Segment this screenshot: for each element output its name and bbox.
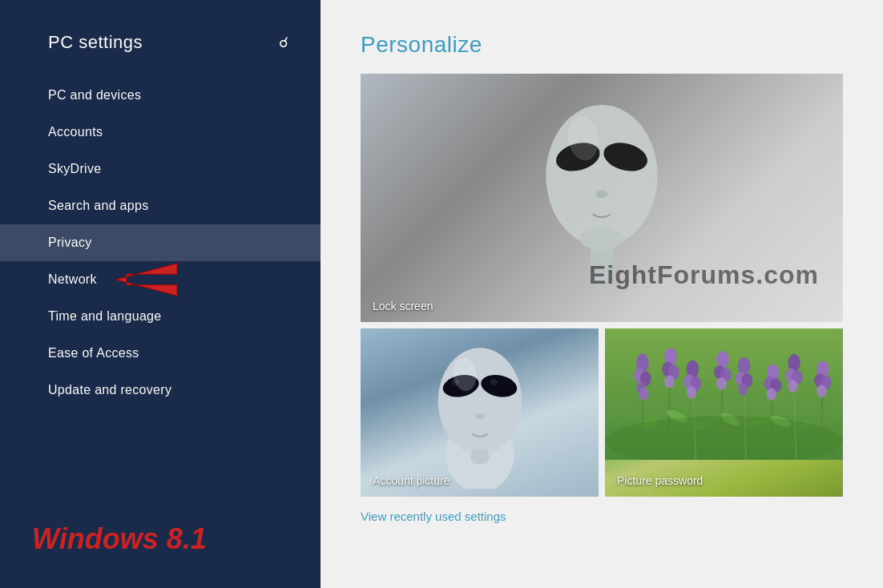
account-alien-graphic (424, 336, 536, 489)
svg-point-33 (687, 386, 697, 399)
sidebar-title: PC settings (48, 32, 143, 53)
svg-point-23 (639, 388, 649, 401)
svg-point-14 (475, 413, 484, 420)
search-icon[interactable]: ☌ (279, 34, 288, 51)
svg-point-43 (738, 383, 748, 396)
lavender-graphic (605, 328, 843, 460)
svg-point-28 (664, 376, 675, 389)
bottom-images: Account picture (361, 328, 843, 497)
sidebar-item-search-and-apps[interactable]: Search and apps (0, 187, 321, 224)
svg-point-58 (816, 385, 827, 397)
sidebar-item-network[interactable]: Network (0, 261, 321, 298)
branding-text: Windows 8.1 (32, 522, 207, 555)
lock-screen-image-container[interactable]: EightForums.com Lock screen (361, 74, 843, 322)
svg-rect-15 (470, 449, 489, 465)
svg-point-13 (490, 379, 498, 385)
sidebar-item-time-and-language[interactable]: Time and language (0, 298, 321, 335)
account-picture-image (361, 328, 599, 497)
sidebar: PC settings ☌ PC and devices Accounts Sk… (0, 0, 321, 588)
personalize-grid: EightForums.com Lock screen (361, 74, 843, 523)
sidebar-item-ease-of-access[interactable]: Ease of Access (0, 335, 321, 372)
svg-point-6 (579, 228, 624, 250)
svg-point-9 (437, 348, 522, 454)
account-picture-container[interactable]: Account picture (361, 328, 599, 497)
sidebar-item-privacy[interactable]: Privacy (0, 224, 321, 261)
svg-point-1 (546, 105, 657, 246)
svg-point-38 (716, 377, 727, 390)
watermark: EightForums.com (589, 260, 819, 290)
sidebar-item-update-and-recovery[interactable]: Update and recovery (0, 372, 321, 409)
page-title: Personalize (361, 32, 843, 58)
account-picture-label: Account picture (373, 474, 450, 487)
sidebar-header: PC settings ☌ (0, 24, 321, 77)
sidebar-item-pc-and-devices[interactable]: PC and devices (0, 77, 321, 114)
sidebar-item-accounts[interactable]: Accounts (0, 114, 321, 151)
picture-password-container[interactable]: Picture password (605, 328, 843, 497)
sidebar-branding: Windows 8.1 (32, 522, 207, 556)
picture-password-label: Picture password (617, 474, 703, 487)
picture-password-image (605, 328, 843, 497)
main-content: Personalize (321, 0, 883, 588)
svg-point-48 (767, 388, 777, 401)
sidebar-nav: PC and devices Accounts SkyDrive Search … (0, 77, 321, 409)
svg-point-4 (596, 191, 608, 198)
svg-point-53 (788, 380, 798, 393)
lock-screen-label: Lock screen (373, 300, 433, 312)
sidebar-item-skydrive[interactable]: SkyDrive (0, 151, 321, 187)
view-recently-used-link[interactable]: View recently used settings (361, 509, 843, 523)
